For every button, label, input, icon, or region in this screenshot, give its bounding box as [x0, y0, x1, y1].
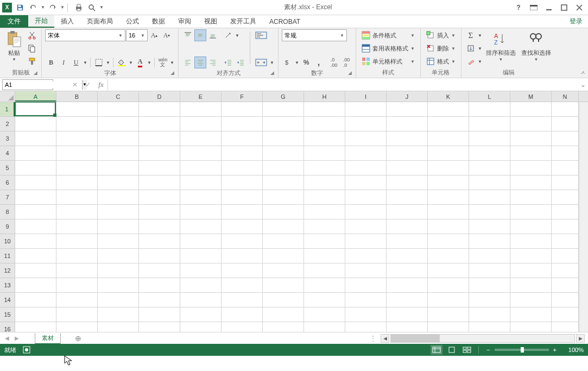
column-header[interactable]: J [387, 91, 428, 102]
cell[interactable] [98, 234, 139, 249]
cell[interactable] [428, 190, 469, 205]
tab-review[interactable]: 审阅 [172, 15, 198, 28]
cell[interactable] [469, 249, 510, 263]
bold-icon[interactable]: B [45, 56, 57, 68]
cell[interactable] [387, 234, 428, 249]
cell[interactable] [56, 190, 98, 205]
new-sheet-button[interactable]: ⊕ [72, 334, 85, 343]
cell[interactable] [510, 293, 552, 307]
cell[interactable] [15, 102, 56, 117]
cell[interactable] [304, 278, 345, 293]
cell[interactable] [304, 190, 345, 205]
italic-icon[interactable]: I [58, 56, 69, 68]
insert-cells-button[interactable]: 插入▼ [424, 29, 458, 41]
cancel-formula-icon[interactable]: ✕ [68, 79, 81, 90]
cell[interactable] [15, 175, 56, 190]
cell[interactable] [428, 293, 469, 307]
underline-dropdown-icon[interactable]: ▼ [83, 56, 88, 68]
column-header[interactable]: L [469, 91, 510, 102]
cell[interactable] [222, 293, 263, 307]
vertical-scrollbar[interactable] [579, 102, 588, 332]
column-header[interactable]: B [56, 91, 98, 102]
cell[interactable] [98, 249, 139, 263]
number-launcher-icon[interactable]: ◢ [348, 70, 355, 77]
cell[interactable] [387, 263, 428, 278]
cell[interactable] [387, 190, 428, 205]
cell[interactable] [139, 234, 180, 249]
redo-dropdown-icon[interactable]: ▼ [60, 2, 65, 14]
cell[interactable] [428, 102, 469, 117]
cell[interactable] [469, 205, 510, 219]
font-launcher-icon[interactable]: ◢ [170, 70, 177, 77]
cell[interactable] [304, 205, 345, 219]
cell[interactable] [510, 249, 552, 263]
font-size-combo[interactable]: 16▼ [126, 29, 148, 41]
cell[interactable] [304, 146, 345, 161]
save-icon[interactable] [14, 2, 26, 14]
row-header[interactable]: 6 [0, 175, 15, 190]
cell[interactable] [15, 131, 56, 146]
row-header[interactable]: 1 [0, 102, 15, 117]
fill-dropdown-icon[interactable]: ▼ [477, 42, 483, 54]
column-header[interactable]: E [180, 91, 222, 102]
hscroll-left-icon[interactable]: ◀ [381, 334, 389, 343]
font-color-dropdown-icon[interactable]: ▼ [147, 56, 152, 68]
cell[interactable] [304, 219, 345, 234]
cell[interactable] [263, 205, 304, 219]
increase-decimal-icon[interactable]: .0.00 [328, 56, 340, 68]
cell[interactable] [180, 102, 222, 117]
column-header[interactable]: G [263, 91, 304, 102]
cell[interactable] [139, 131, 180, 146]
border-dropdown-icon[interactable]: ▼ [105, 56, 111, 68]
cell[interactable] [263, 117, 304, 131]
cell[interactable] [304, 175, 345, 190]
cell[interactable] [263, 175, 304, 190]
cell[interactable] [469, 190, 510, 205]
accounting-format-icon[interactable]: $ [282, 56, 294, 68]
column-header[interactable]: D [139, 91, 180, 102]
wrap-text-icon[interactable] [254, 29, 269, 41]
tab-data[interactable]: 数据 [146, 15, 172, 28]
cell[interactable] [180, 205, 222, 219]
cell[interactable] [263, 234, 304, 249]
cell[interactable] [139, 293, 180, 307]
cell[interactable] [510, 146, 552, 161]
cell[interactable] [263, 146, 304, 161]
cell[interactable] [304, 249, 345, 263]
cell[interactable] [56, 293, 98, 307]
cell[interactable] [15, 190, 56, 205]
cell[interactable] [15, 205, 56, 219]
quick-print-icon[interactable] [73, 2, 85, 14]
insert-function-icon[interactable]: fx [94, 79, 108, 90]
cell[interactable] [139, 307, 180, 322]
cell[interactable] [139, 161, 180, 175]
cell[interactable] [510, 175, 552, 190]
phonetic-dropdown-icon[interactable]: ▼ [169, 56, 175, 68]
cell[interactable] [469, 161, 510, 175]
cell[interactable] [345, 234, 387, 249]
undo-dropdown-icon[interactable]: ▼ [40, 2, 46, 14]
cell[interactable] [428, 278, 469, 293]
row-header[interactable]: 5 [0, 161, 15, 175]
cell[interactable] [345, 131, 387, 146]
cell[interactable] [139, 102, 180, 117]
zoom-in-icon[interactable]: + [551, 347, 559, 353]
cell[interactable] [180, 175, 222, 190]
cell[interactable] [552, 117, 579, 131]
cell[interactable] [15, 146, 56, 161]
cell[interactable] [222, 146, 263, 161]
cell[interactable] [510, 322, 552, 332]
cell[interactable] [552, 234, 579, 249]
align-right-icon[interactable] [207, 56, 219, 68]
cell[interactable] [510, 263, 552, 278]
cell[interactable] [552, 205, 579, 219]
cell[interactable] [263, 190, 304, 205]
column-header[interactable]: M [510, 91, 552, 102]
row-header[interactable]: 8 [0, 205, 15, 219]
orientation-dropdown-icon[interactable]: ▼ [235, 29, 240, 41]
cell[interactable] [56, 219, 98, 234]
cell[interactable] [139, 205, 180, 219]
cell[interactable] [428, 175, 469, 190]
tab-insert[interactable]: 插入 [54, 15, 80, 28]
tab-view[interactable]: 视图 [198, 15, 224, 28]
